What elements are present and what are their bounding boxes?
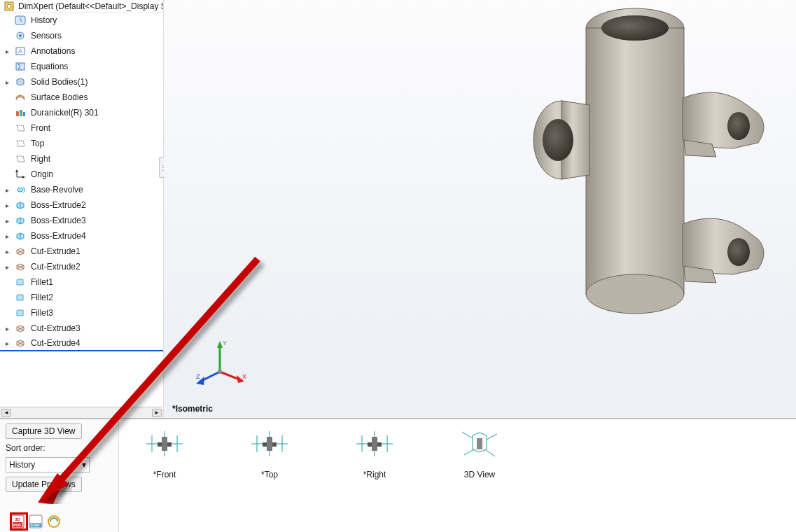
expand-caret[interactable]: ▸ [4, 78, 10, 86]
svg-rect-63 [372, 437, 377, 451]
scroll-left-arrow[interactable]: ◄ [1, 409, 11, 417]
svg-point-33 [218, 370, 222, 374]
tree-item-label: Front [31, 123, 50, 133]
tree-item-history[interactable]: History [0, 13, 163, 28]
tree-item-boss-extrude2[interactable]: ▸ Boss-Extrude2 [0, 197, 163, 213]
tree-item-equations[interactable]: Σ Equations [0, 59, 163, 74]
svg-text:Y: Y [223, 340, 227, 346]
chevron-down-icon: ▾ [82, 460, 86, 470]
tree-item-boss-extrude3[interactable]: ▸ Boss-Extrude3 [0, 213, 163, 228]
tree-item-origin[interactable]: Origin [0, 167, 163, 182]
update-previews-button[interactable]: Update Previews [6, 477, 82, 492]
expand-caret[interactable]: ▸ [4, 263, 10, 271]
svg-rect-57 [263, 442, 267, 447]
tree-item-label: Boss-Extrude3 [31, 216, 86, 225]
tree-item-label: Top [31, 139, 44, 148]
cut-icon [14, 323, 27, 334]
extrude-icon [14, 230, 27, 241]
svg-rect-65 [377, 442, 382, 447]
tree-item-surface-bodies[interactable]: Surface Bodies [0, 90, 163, 105]
tree-item-label: Surface Bodies [31, 92, 88, 102]
svg-rect-51 [167, 442, 172, 447]
view-thumbnail-icon [350, 426, 399, 461]
svg-point-40 [601, 15, 669, 41]
plane-icon [14, 153, 27, 164]
feature-tree-pane: DimXpert (Default<<Default>_Display S Hi… [0, 0, 164, 418]
tree-item-right[interactable]: Right [0, 151, 163, 167]
view-thumb--front[interactable]: *Front [133, 426, 196, 525]
graphics-viewport[interactable]: Y X Z [164, 0, 796, 418]
expand-caret[interactable]: ▸ [4, 325, 10, 332]
tree-item-label: History [31, 15, 57, 25]
tree-item-label: Annotations [31, 46, 75, 56]
cut-icon [14, 337, 27, 349]
tree-item-label: Equations [31, 62, 68, 71]
tree-item-front[interactable]: Front [0, 120, 163, 136]
tree-item-cut-extrude1[interactable]: ▸ Cut-Extrude1 [0, 244, 163, 259]
annotations-icon: A [14, 46, 27, 57]
plane-icon [14, 138, 27, 149]
tree-item-label: Fillet3 [31, 308, 53, 318]
view-thumb-3d-view[interactable]: 3D View [448, 426, 511, 525]
publish-icons-row: PDF3D STEP [10, 514, 62, 529]
tree-item-label: Right [31, 154, 50, 164]
tree-item-boss-extrude4[interactable]: ▸ Boss-Extrude4 [0, 228, 163, 244]
svg-rect-58 [272, 442, 277, 447]
svg-marker-14 [15, 169, 18, 172]
expand-caret[interactable]: ▸ [4, 340, 10, 347]
tree-item-label: Boss-Extrude2 [31, 200, 86, 210]
view-thumb--right[interactable]: *Right [343, 426, 406, 525]
view-thumb-label: *Right [363, 470, 386, 479]
tree-item-solid-bodies-1-[interactable]: ▸ Solid Bodies(1) [0, 74, 163, 90]
mbd-views-row: *Front *Top *Right 3D View [119, 419, 796, 532]
tree-item-sensors[interactable]: Sensors [0, 28, 163, 43]
publish-step-icon[interactable]: STEP [28, 514, 43, 529]
view-thumb-label: 3D View [464, 470, 495, 479]
expand-caret[interactable]: ▸ [4, 217, 10, 225]
sort-order-select[interactable]: History ▾ [6, 457, 90, 472]
plane-icon [14, 122, 27, 134]
tree-item-top[interactable]: Top [0, 136, 163, 151]
tree-item-label: Cut-Extrude2 [31, 262, 81, 272]
tree-item-fillet1[interactable]: Fillet1 [0, 274, 163, 290]
publish-3d-pdf-icon[interactable]: PDF3D [10, 514, 25, 529]
sensors-icon [14, 30, 27, 41]
svg-rect-64 [368, 442, 372, 447]
tree-item-cut-extrude4[interactable]: ▸ Cut-Extrude4 [0, 336, 163, 351]
svg-point-1 [7, 4, 11, 8]
svg-text:PDF: PDF [13, 523, 22, 527]
tree-item-annotations[interactable]: ▸ A Annotations [0, 43, 163, 59]
tree-item-cut-extrude3[interactable]: ▸ Cut-Extrude3 [0, 321, 163, 336]
fillet-icon [14, 276, 27, 288]
tree-item-fillet3[interactable]: Fillet3 [0, 305, 163, 321]
solidbodies-icon [14, 76, 27, 88]
tree-item-cut-extrude2[interactable]: ▸ Cut-Extrude2 [0, 259, 163, 274]
scroll-right-arrow[interactable]: ► [152, 409, 162, 417]
svg-line-69 [485, 449, 495, 456]
tree-horizontal-scrollbar[interactable]: ◄ ► [0, 407, 163, 418]
view-thumb--top[interactable]: *Top [238, 426, 301, 525]
config-icon [4, 1, 14, 11]
tree-item-label: Cut-Extrude3 [31, 323, 81, 333]
tree-item-label: Fillet2 [31, 293, 53, 302]
fillet-icon [14, 307, 27, 318]
tree-item-fillet2[interactable]: Fillet2 [0, 290, 163, 305]
expand-caret[interactable]: ▸ [4, 232, 10, 240]
orientation-triad: Y X Z [192, 337, 248, 393]
cut-icon [14, 261, 27, 272]
view-thumbnail-icon [455, 426, 504, 461]
svg-rect-56 [267, 437, 272, 451]
capture-3d-view-button[interactable]: Capture 3D View [6, 424, 82, 439]
feature-tree-list[interactable]: History Sensors ▸ A Annotations Σ Equati… [0, 13, 163, 407]
tree-header[interactable]: DimXpert (Default<<Default>_Display S [0, 0, 163, 13]
expand-caret[interactable]: ▸ [4, 202, 10, 209]
edrawings-icon[interactable] [46, 514, 62, 529]
expand-caret[interactable]: ▸ [4, 48, 10, 55]
svg-text:X: X [242, 373, 246, 380]
tree-item-base-revolve[interactable]: ▸ Base-Revolve [0, 182, 163, 197]
expand-caret[interactable]: ▸ [4, 186, 10, 194]
tree-item-duranickel-r-301[interactable]: Duranickel(R) 301 [0, 105, 163, 120]
model-render [495, 0, 789, 322]
expand-caret[interactable]: ▸ [4, 248, 10, 255]
svg-rect-11 [23, 112, 25, 116]
